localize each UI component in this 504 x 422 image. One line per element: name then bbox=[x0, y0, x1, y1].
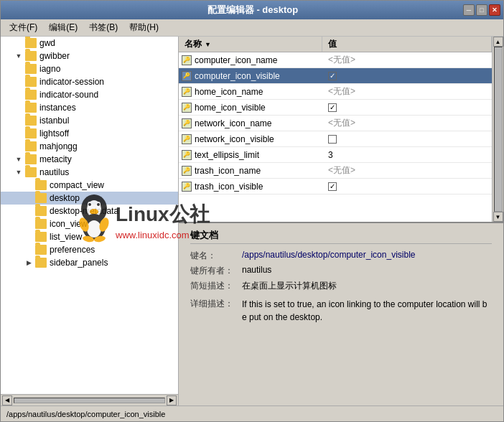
row-name-cell: 🔑home_icon_name bbox=[179, 87, 322, 97]
row-value-cell: ✓ bbox=[322, 182, 492, 191]
expander-icon bbox=[24, 245, 34, 255]
key-icon: 🔑 bbox=[182, 118, 192, 128]
col-header-name[interactable]: 名称 ▼ bbox=[179, 37, 322, 52]
row-name-text: network_icon_visible bbox=[195, 134, 274, 144]
config-row[interactable]: 🔑text_ellipsis_limit3 bbox=[179, 147, 492, 163]
tree-item-icon_view[interactable]: icon_view bbox=[1, 217, 178, 230]
tree-panel: gwd▼gwibberiagnoindicator-sessionindicat… bbox=[1, 37, 179, 405]
row-name-text: computer_icon_name bbox=[195, 55, 277, 65]
expander-icon bbox=[14, 90, 24, 100]
expander-icon: ▼ bbox=[14, 154, 24, 164]
checkbox bbox=[328, 135, 337, 144]
scroll-right-arrow[interactable]: ▶ bbox=[167, 395, 177, 405]
v-scroll-track[interactable] bbox=[494, 47, 503, 212]
window-title: 配置编辑器 - desktop bbox=[42, 4, 463, 17]
scroll-track[interactable] bbox=[14, 398, 165, 403]
row-name-cell: 🔑trash_icon_visible bbox=[179, 182, 322, 192]
tree-item-gwibber[interactable]: ▼gwibber bbox=[1, 50, 178, 62]
key-icon: 🔑 bbox=[182, 150, 192, 160]
menu-item-help[interactable]: 帮助(H) bbox=[123, 20, 164, 35]
checkbox: ✓ bbox=[328, 72, 337, 80]
table-vertical-scrollbar[interactable]: ▲ ▼ bbox=[492, 37, 503, 222]
expander-icon bbox=[14, 128, 24, 139]
key-icon: 🔑 bbox=[182, 71, 192, 81]
folder-icon bbox=[25, 64, 37, 74]
tree-item-sidebar_panels[interactable]: ▶sidebar_panels bbox=[1, 256, 178, 269]
short-desc-label: 简短描述： bbox=[190, 280, 242, 292]
key-value: /apps/nautilus/desktop/computer_icon_vis… bbox=[242, 250, 492, 262]
row-value-cell: ✓ bbox=[322, 103, 492, 112]
owner-label: 键所有者： bbox=[190, 265, 242, 277]
folder-icon bbox=[25, 154, 37, 164]
key-icon: 🔑 bbox=[182, 134, 192, 144]
tree-horizontal-scrollbar[interactable]: ◀ ▶ bbox=[1, 394, 178, 405]
tree-item-gwd[interactable]: gwd bbox=[1, 37, 178, 50]
config-row[interactable]: 🔑trash_icon_name<无值> bbox=[179, 163, 492, 179]
folder-icon bbox=[25, 141, 37, 151]
key-icon: 🔑 bbox=[182, 55, 192, 65]
tree-item-label: indicator-sound bbox=[39, 90, 98, 100]
tree-item-indicator-session[interactable]: indicator-session bbox=[1, 75, 178, 88]
expander-icon bbox=[24, 206, 34, 216]
right-panel: 名称 ▼ 值 🔑computer_icon_name<无值>🔑computer_… bbox=[179, 37, 503, 405]
tree-item-list_view[interactable]: list_view bbox=[1, 230, 178, 243]
minimize-button[interactable]: ─ bbox=[463, 4, 475, 16]
config-row[interactable]: 🔑computer_icon_visible✓ bbox=[179, 68, 492, 84]
key-label: 键名： bbox=[190, 250, 242, 262]
folder-icon bbox=[25, 116, 37, 126]
tree-scroll[interactable]: gwd▼gwibberiagnoindicator-sessionindicat… bbox=[1, 37, 178, 394]
tree-item-iagno[interactable]: iagno bbox=[1, 62, 178, 75]
config-table-header: 名称 ▼ 值 bbox=[179, 37, 492, 52]
tree-item-istanbul[interactable]: istanbul bbox=[1, 114, 178, 127]
folder-icon bbox=[35, 219, 47, 229]
tree-item-nautilus[interactable]: ▼nautilus bbox=[1, 166, 178, 179]
tree-item-instances[interactable]: instances bbox=[1, 101, 178, 114]
row-name-text: network_icon_name bbox=[195, 118, 271, 128]
config-row[interactable]: 🔑network_icon_name<无值> bbox=[179, 116, 492, 131]
config-row[interactable]: 🔑home_icon_name<无值> bbox=[179, 84, 492, 100]
tree-item-indicator-sound[interactable]: indicator-sound bbox=[1, 88, 178, 101]
expander-icon bbox=[24, 180, 34, 190]
row-name-text: trash_icon_name bbox=[195, 166, 261, 176]
config-row[interactable]: 🔑network_icon_visible bbox=[179, 131, 492, 147]
statusbar-text: /apps/nautilus/desktop/computer_icon_vis… bbox=[6, 410, 165, 418]
tree-item-metacity[interactable]: ▼metacity bbox=[1, 153, 178, 166]
tree-item-compact_view[interactable]: compact_view bbox=[1, 179, 178, 192]
tree-item-lightsoff[interactable]: lightsoff bbox=[1, 127, 178, 140]
keyinfo-title: 键文档 bbox=[190, 229, 492, 244]
tree-item-mahjongg[interactable]: mahjongg bbox=[1, 140, 178, 153]
menu-item-file[interactable]: 文件(F) bbox=[4, 20, 43, 35]
menu-item-bookmarks[interactable]: 书签(B) bbox=[83, 20, 123, 35]
row-value-cell: 3 bbox=[322, 150, 492, 160]
tree-item-desktop-metadata[interactable]: desktop-metadata bbox=[1, 205, 178, 217]
tree-item-desktop[interactable]: desktop bbox=[1, 192, 178, 205]
scroll-up-arrow[interactable]: ▲ bbox=[493, 37, 503, 47]
close-button[interactable]: ✕ bbox=[489, 4, 500, 16]
maximize-button[interactable]: □ bbox=[476, 4, 487, 16]
config-row[interactable]: 🔑trash_icon_visible✓ bbox=[179, 179, 492, 194]
tree-item-label: iagno bbox=[39, 64, 60, 74]
menu-item-edit[interactable]: 编辑(E) bbox=[43, 20, 83, 35]
row-name-text: trash_icon_visible bbox=[195, 182, 263, 192]
titlebar: 配置编辑器 - desktop ─ □ ✕ bbox=[1, 1, 503, 19]
sort-arrow-icon: ▼ bbox=[205, 41, 211, 48]
config-row[interactable]: 🔑computer_icon_name<无值> bbox=[179, 52, 492, 68]
keyinfo-area: 键文档 键名： /apps/nautilus/desktop/computer_… bbox=[179, 223, 503, 405]
key-icon: 🔑 bbox=[182, 182, 192, 192]
config-row[interactable]: 🔑home_icon_visible✓ bbox=[179, 100, 492, 116]
row-name-cell: 🔑trash_icon_name bbox=[179, 166, 322, 176]
expander-icon bbox=[14, 77, 24, 87]
row-name-cell: 🔑network_icon_visible bbox=[179, 134, 322, 144]
config-rows[interactable]: 🔑computer_icon_name<无值>🔑computer_icon_vi… bbox=[179, 52, 492, 222]
expander-icon bbox=[14, 116, 24, 126]
folder-icon bbox=[25, 128, 37, 139]
tree-item-preferences[interactable]: preferences bbox=[1, 243, 178, 256]
scroll-left-arrow[interactable]: ◀ bbox=[2, 395, 12, 405]
col-header-value[interactable]: 值 bbox=[322, 37, 492, 52]
folder-icon bbox=[25, 90, 37, 100]
tree-item-label: indicator-session bbox=[39, 77, 104, 87]
titlebar-buttons: ─ □ ✕ bbox=[463, 4, 500, 16]
expander-icon bbox=[14, 64, 24, 74]
scroll-down-arrow[interactable]: ▼ bbox=[493, 212, 503, 222]
expander-icon bbox=[24, 193, 34, 203]
